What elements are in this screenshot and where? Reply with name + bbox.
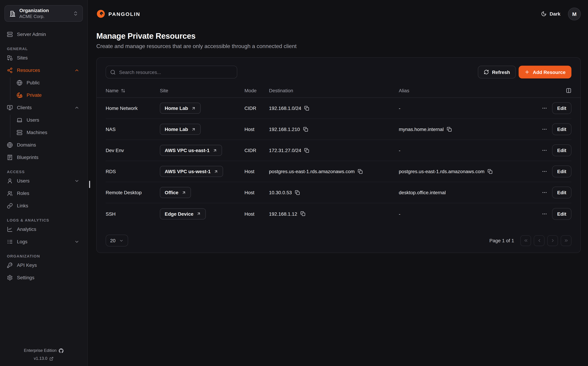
search-input[interactable]	[119, 69, 233, 75]
table-body: Home Network Home Lab CIDR 192.168.1.0/2…	[106, 98, 571, 224]
chevron-down-icon	[74, 178, 79, 183]
resource-name: RDS	[106, 169, 160, 174]
site-link-label: Edge Device	[165, 211, 193, 216]
edit-button[interactable]: Edit	[552, 166, 571, 177]
row-menu-button[interactable]	[542, 190, 547, 195]
page-size-select[interactable]: 20	[106, 235, 128, 246]
avatar[interactable]: M	[568, 8, 581, 20]
table-row: Remote Desktop Office Host 10.30.0.53 de…	[106, 182, 571, 203]
sidebar-item-sites[interactable]: Sites	[5, 52, 83, 64]
user-icon	[7, 178, 13, 184]
site-link[interactable]: Home Lab	[160, 124, 200, 135]
sidebar-item-machines[interactable]: Machines	[5, 126, 83, 139]
sidebar-resize-handle[interactable]	[89, 181, 90, 188]
site-link[interactable]: Home Lab	[160, 103, 200, 114]
theme-toggle[interactable]: Dark	[541, 11, 560, 17]
row-menu-button[interactable]	[542, 211, 547, 216]
refresh-button[interactable]: Refresh	[478, 66, 516, 78]
next-page-button[interactable]	[547, 235, 558, 246]
sidebar-item-logs[interactable]: Logs	[5, 235, 83, 248]
sidebar-item-links[interactable]: Links	[5, 199, 83, 212]
row-menu-button[interactable]	[542, 169, 547, 174]
version-link[interactable]: v1.13.0	[0, 355, 87, 363]
arrow-up-right-icon	[197, 212, 201, 216]
copy-destination-button[interactable]	[303, 127, 308, 132]
resource-alias: -	[399, 105, 400, 111]
copy-icon	[304, 148, 309, 153]
sidebar-item-label: Links	[17, 203, 28, 208]
sidebar-item-server-admin[interactable]: Server Admin	[5, 28, 83, 40]
resource-name: Dev Env	[106, 148, 160, 153]
sidebar-item-users[interactable]: Users	[5, 175, 83, 187]
add-resource-button[interactable]: Add Resource	[519, 66, 571, 78]
copy-alias-button[interactable]	[487, 169, 493, 174]
copy-destination-button[interactable]	[300, 211, 306, 216]
column-settings-button[interactable]	[566, 88, 571, 93]
resources-card: Refresh Add Resource Name Site Mode Dest…	[96, 57, 581, 253]
sidebar-item-blueprints[interactable]: Blueprints	[5, 151, 83, 163]
copy-icon	[303, 127, 308, 132]
copy-destination-button[interactable]	[358, 169, 363, 174]
arrow-up-right-icon	[191, 127, 196, 131]
app-root: Organization ACME Corp. Server Admin GEN…	[0, 0, 588, 366]
refresh-icon	[484, 69, 489, 75]
copy-icon	[358, 169, 363, 174]
refresh-label: Refresh	[492, 69, 510, 75]
row-menu-button[interactable]	[542, 127, 547, 132]
toolbar: Refresh Add Resource	[106, 66, 571, 78]
resource-destination: 192.168.1.0/24	[269, 105, 301, 111]
org-switcher[interactable]: Organization ACME Corp.	[5, 5, 83, 22]
copy-destination-button[interactable]	[304, 148, 309, 153]
resource-destination: 172.31.27.0/24	[269, 148, 301, 153]
chevron-down-icon	[74, 239, 79, 244]
edit-button[interactable]: Edit	[552, 102, 571, 114]
site-link-label: AWS VPC us-west-1	[165, 169, 211, 174]
site-link[interactable]: AWS VPC us-east-1	[160, 145, 222, 156]
prev-page-button[interactable]	[534, 235, 544, 246]
row-menu-button[interactable]	[542, 148, 547, 153]
sidebar-item-analytics[interactable]: Analytics	[5, 223, 83, 235]
section-label-access: ACCESS	[7, 170, 83, 174]
monitor-up-icon	[7, 105, 13, 110]
site-link[interactable]: Office	[160, 187, 191, 198]
sidebar-item-api-keys[interactable]: API Keys	[5, 259, 83, 271]
col-header-site: Site	[160, 88, 244, 93]
pagination-bar: 20 Page 1 of 1	[106, 229, 571, 253]
site-link[interactable]: Edge Device	[160, 208, 206, 219]
site-link[interactable]: AWS VPC us-west-1	[160, 166, 223, 177]
sidebar-item-resources[interactable]: Resources	[5, 64, 83, 76]
sort-name-button[interactable]	[121, 88, 125, 93]
sidebar-item-public[interactable]: Public	[5, 76, 83, 89]
sidebar-item-roles[interactable]: Roles	[5, 187, 83, 199]
resources-subtree: Public Private	[5, 76, 83, 101]
arrow-up-right-icon	[191, 106, 196, 110]
edit-button[interactable]: Edit	[552, 187, 571, 198]
ellipsis-icon	[542, 105, 547, 111]
brand-logo[interactable]: PANGOLIN	[96, 9, 140, 18]
sidebar-item-domains[interactable]: Domains	[5, 139, 83, 151]
resource-alias: mynas.home.internal	[399, 127, 444, 132]
sidebar-item-client-users[interactable]: Users	[5, 114, 83, 126]
sidebar-item-private[interactable]: Private	[5, 89, 83, 101]
first-page-button[interactable]	[520, 235, 531, 246]
edit-button[interactable]: Edit	[552, 123, 571, 135]
edition-link[interactable]: Enterprise Edition	[0, 347, 87, 355]
row-menu-button[interactable]	[542, 105, 547, 111]
copy-icon	[447, 127, 452, 132]
edit-button[interactable]: Edit	[552, 145, 571, 156]
last-page-button[interactable]	[561, 235, 571, 246]
site-link-label: Office	[165, 190, 178, 195]
copy-destination-button[interactable]	[295, 190, 300, 195]
sidebar-item-label: Sites	[17, 55, 28, 61]
sidebar-item-settings[interactable]: Settings	[5, 271, 83, 284]
chevron-left-icon	[537, 238, 542, 243]
logs-icon	[7, 239, 13, 244]
copy-alias-button[interactable]	[447, 127, 452, 132]
laptop-icon	[17, 117, 22, 123]
copy-destination-button[interactable]	[304, 106, 309, 111]
github-icon	[59, 348, 64, 353]
sidebar-item-label: Public	[27, 80, 40, 85]
sidebar-item-label: Settings	[17, 275, 34, 280]
sidebar-item-clients[interactable]: Clients	[5, 101, 83, 114]
edit-button[interactable]: Edit	[552, 208, 571, 220]
